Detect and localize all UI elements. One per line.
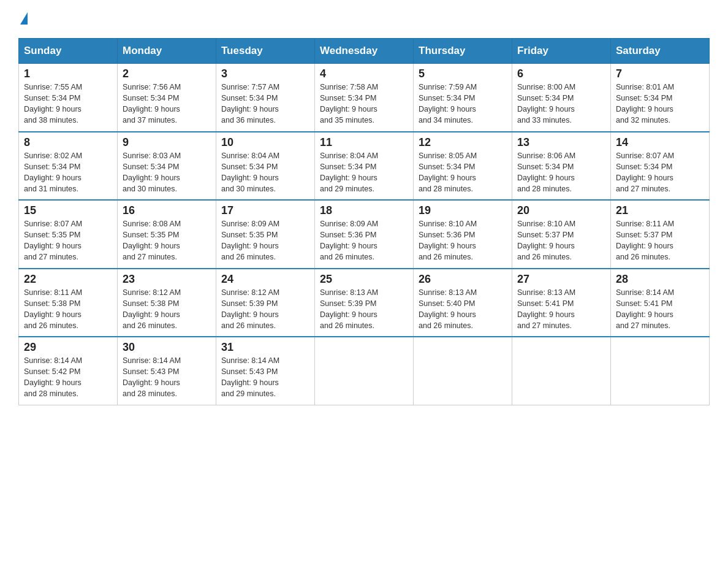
calendar-week-row: 15Sunrise: 8:07 AMSunset: 5:35 PMDayligh… — [19, 200, 710, 269]
day-number: 20 — [517, 204, 605, 217]
day-number: 31 — [221, 341, 309, 354]
calendar-cell: 19Sunrise: 8:10 AMSunset: 5:36 PMDayligh… — [414, 200, 512, 269]
calendar-week-row: 29Sunrise: 8:14 AMSunset: 5:42 PMDayligh… — [19, 337, 710, 405]
day-number: 16 — [123, 204, 211, 217]
calendar-cell: 29Sunrise: 8:14 AMSunset: 5:42 PMDayligh… — [19, 337, 118, 405]
day-number: 27 — [517, 273, 605, 286]
calendar-cell: 17Sunrise: 8:09 AMSunset: 5:35 PMDayligh… — [216, 200, 315, 269]
day-info: Sunrise: 8:13 AMSunset: 5:41 PMDaylight:… — [517, 287, 605, 332]
day-number: 30 — [123, 341, 211, 354]
day-number: 6 — [517, 67, 605, 80]
day-number: 17 — [221, 204, 309, 217]
day-info: Sunrise: 8:12 AMSunset: 5:38 PMDaylight:… — [123, 287, 211, 332]
day-number: 21 — [616, 204, 704, 217]
calendar-cell: 13Sunrise: 8:06 AMSunset: 5:34 PMDayligh… — [512, 132, 611, 201]
calendar-header-row: SundayMondayTuesdayWednesdayThursdayFrid… — [19, 39, 710, 64]
day-number: 10 — [221, 136, 309, 149]
day-info: Sunrise: 8:12 AMSunset: 5:39 PMDaylight:… — [221, 287, 309, 332]
day-info: Sunrise: 7:55 AMSunset: 5:34 PMDaylight:… — [24, 82, 112, 126]
day-number: 18 — [320, 204, 408, 217]
day-number: 5 — [419, 67, 507, 80]
calendar-cell: 14Sunrise: 8:07 AMSunset: 5:34 PMDayligh… — [611, 132, 710, 201]
column-header-thursday: Thursday — [414, 39, 512, 64]
calendar-cell: 26Sunrise: 8:13 AMSunset: 5:40 PMDayligh… — [414, 269, 512, 337]
calendar-cell: 18Sunrise: 8:09 AMSunset: 5:36 PMDayligh… — [315, 200, 414, 269]
calendar-cell — [611, 337, 710, 405]
day-number: 12 — [419, 136, 507, 149]
day-info: Sunrise: 8:04 AMSunset: 5:34 PMDaylight:… — [320, 150, 408, 195]
logo — [18, 12, 28, 26]
column-header-wednesday: Wednesday — [315, 39, 414, 64]
column-header-sunday: Sunday — [19, 39, 118, 64]
day-number: 29 — [24, 341, 112, 354]
calendar-cell: 7Sunrise: 8:01 AMSunset: 5:34 PMDaylight… — [611, 64, 710, 132]
calendar-cell: 27Sunrise: 8:13 AMSunset: 5:41 PMDayligh… — [512, 269, 611, 337]
day-info: Sunrise: 8:03 AMSunset: 5:34 PMDaylight:… — [123, 150, 211, 195]
day-info: Sunrise: 8:07 AMSunset: 5:35 PMDaylight:… — [24, 218, 112, 263]
day-number: 25 — [320, 273, 408, 286]
day-info: Sunrise: 8:09 AMSunset: 5:36 PMDaylight:… — [320, 218, 408, 263]
calendar-cell: 15Sunrise: 8:07 AMSunset: 5:35 PMDayligh… — [19, 200, 118, 269]
calendar-cell: 22Sunrise: 8:11 AMSunset: 5:38 PMDayligh… — [19, 269, 118, 337]
day-info: Sunrise: 8:11 AMSunset: 5:37 PMDaylight:… — [616, 218, 704, 263]
day-number: 9 — [123, 136, 211, 149]
calendar-cell: 30Sunrise: 8:14 AMSunset: 5:43 PMDayligh… — [118, 337, 216, 405]
day-info: Sunrise: 8:10 AMSunset: 5:36 PMDaylight:… — [419, 218, 507, 263]
column-header-tuesday: Tuesday — [216, 39, 315, 64]
day-info: Sunrise: 8:10 AMSunset: 5:37 PMDaylight:… — [517, 218, 605, 263]
calendar-cell: 4Sunrise: 7:58 AMSunset: 5:34 PMDaylight… — [315, 64, 414, 132]
day-number: 22 — [24, 273, 112, 286]
day-number: 28 — [616, 273, 704, 286]
calendar-week-row: 22Sunrise: 8:11 AMSunset: 5:38 PMDayligh… — [19, 269, 710, 337]
day-number: 23 — [123, 273, 211, 286]
day-number: 15 — [24, 204, 112, 217]
day-info: Sunrise: 8:11 AMSunset: 5:38 PMDaylight:… — [24, 287, 112, 332]
day-info: Sunrise: 8:00 AMSunset: 5:34 PMDaylight:… — [517, 82, 605, 126]
calendar-cell — [414, 337, 512, 405]
column-header-friday: Friday — [512, 39, 611, 64]
day-info: Sunrise: 8:08 AMSunset: 5:35 PMDaylight:… — [123, 218, 211, 263]
day-info: Sunrise: 8:14 AMSunset: 5:43 PMDaylight:… — [123, 355, 211, 400]
calendar-cell: 23Sunrise: 8:12 AMSunset: 5:38 PMDayligh… — [118, 269, 216, 337]
day-info: Sunrise: 8:14 AMSunset: 5:41 PMDaylight:… — [616, 287, 704, 332]
day-number: 7 — [616, 67, 704, 80]
calendar-cell: 3Sunrise: 7:57 AMSunset: 5:34 PMDaylight… — [216, 64, 315, 132]
calendar-cell — [512, 337, 611, 405]
day-number: 3 — [221, 67, 309, 80]
day-info: Sunrise: 7:59 AMSunset: 5:34 PMDaylight:… — [419, 82, 507, 126]
calendar-week-row: 1Sunrise: 7:55 AMSunset: 5:34 PMDaylight… — [19, 64, 710, 132]
calendar-cell: 16Sunrise: 8:08 AMSunset: 5:35 PMDayligh… — [118, 200, 216, 269]
day-info: Sunrise: 8:13 AMSunset: 5:40 PMDaylight:… — [419, 287, 507, 332]
calendar-cell: 21Sunrise: 8:11 AMSunset: 5:37 PMDayligh… — [611, 200, 710, 269]
day-info: Sunrise: 7:58 AMSunset: 5:34 PMDaylight:… — [320, 82, 408, 126]
day-number: 14 — [616, 136, 704, 149]
day-info: Sunrise: 7:57 AMSunset: 5:34 PMDaylight:… — [221, 82, 309, 126]
day-info: Sunrise: 8:02 AMSunset: 5:34 PMDaylight:… — [24, 150, 112, 195]
calendar-cell: 31Sunrise: 8:14 AMSunset: 5:43 PMDayligh… — [216, 337, 315, 405]
day-info: Sunrise: 8:01 AMSunset: 5:34 PMDaylight:… — [616, 82, 704, 126]
day-info: Sunrise: 7:56 AMSunset: 5:34 PMDaylight:… — [123, 82, 211, 126]
page-header — [18, 12, 710, 26]
calendar-cell: 1Sunrise: 7:55 AMSunset: 5:34 PMDaylight… — [19, 64, 118, 132]
calendar-cell: 28Sunrise: 8:14 AMSunset: 5:41 PMDayligh… — [611, 269, 710, 337]
calendar-cell: 10Sunrise: 8:04 AMSunset: 5:34 PMDayligh… — [216, 132, 315, 201]
day-number: 1 — [24, 67, 112, 80]
calendar-cell — [315, 337, 414, 405]
calendar-week-row: 8Sunrise: 8:02 AMSunset: 5:34 PMDaylight… — [19, 132, 710, 201]
column-header-saturday: Saturday — [611, 39, 710, 64]
day-number: 2 — [123, 67, 211, 80]
calendar-cell: 24Sunrise: 8:12 AMSunset: 5:39 PMDayligh… — [216, 269, 315, 337]
calendar-cell: 5Sunrise: 7:59 AMSunset: 5:34 PMDaylight… — [414, 64, 512, 132]
day-number: 19 — [419, 204, 507, 217]
calendar-table: SundayMondayTuesdayWednesdayThursdayFrid… — [18, 38, 710, 405]
day-number: 11 — [320, 136, 408, 149]
calendar-cell: 12Sunrise: 8:05 AMSunset: 5:34 PMDayligh… — [414, 132, 512, 201]
calendar-cell: 6Sunrise: 8:00 AMSunset: 5:34 PMDaylight… — [512, 64, 611, 132]
day-info: Sunrise: 8:09 AMSunset: 5:35 PMDaylight:… — [221, 218, 309, 263]
calendar-cell: 20Sunrise: 8:10 AMSunset: 5:37 PMDayligh… — [512, 200, 611, 269]
day-number: 8 — [24, 136, 112, 149]
calendar-cell: 11Sunrise: 8:04 AMSunset: 5:34 PMDayligh… — [315, 132, 414, 201]
day-number: 13 — [517, 136, 605, 149]
day-number: 24 — [221, 273, 309, 286]
day-info: Sunrise: 8:14 AMSunset: 5:43 PMDaylight:… — [221, 355, 309, 400]
